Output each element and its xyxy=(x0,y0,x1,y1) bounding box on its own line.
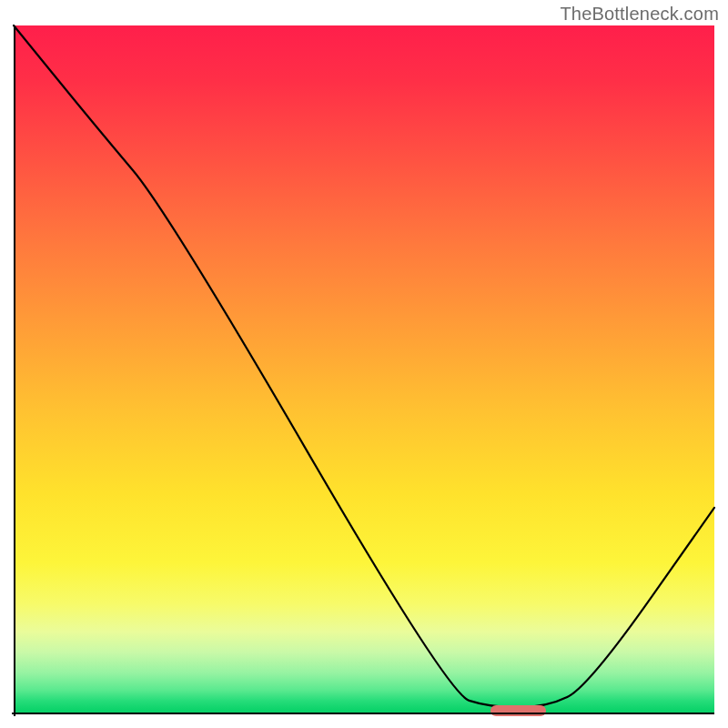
optimal-range-marker xyxy=(490,705,547,716)
watermark-text: TheBottleneck.com xyxy=(560,4,719,25)
plot-area xyxy=(14,25,714,714)
bottleneck-curve xyxy=(14,25,714,714)
